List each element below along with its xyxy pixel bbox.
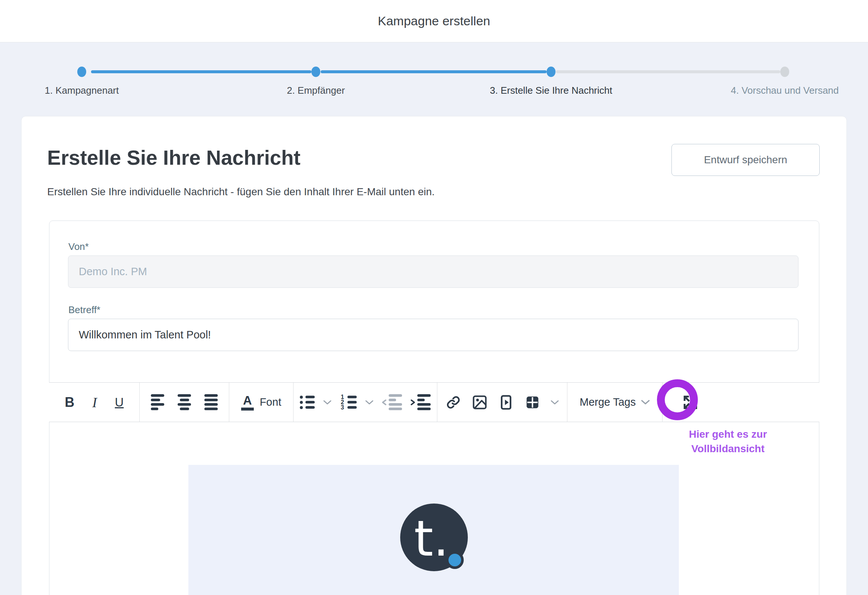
step-line-3-4 <box>556 70 780 73</box>
link-button[interactable] <box>443 392 464 412</box>
bold-button[interactable]: B <box>62 392 77 412</box>
top-header-bar: Kampagne erstellen <box>0 0 868 42</box>
merge-tags-label: Merge Tags <box>580 396 636 409</box>
from-input[interactable] <box>68 256 799 288</box>
annotation-line-1: Hier geht es zur <box>684 427 772 441</box>
toolbar-group-fullscreen <box>663 383 819 422</box>
insert-media-button[interactable] <box>496 392 517 413</box>
font-color-icon: A <box>241 394 254 410</box>
fullscreen-button[interactable] <box>680 392 701 413</box>
step-dot-4 <box>780 67 789 77</box>
align-justify-button[interactable] <box>202 392 220 412</box>
chevron-down-icon <box>551 400 559 405</box>
font-button[interactable]: A Font <box>239 392 283 413</box>
align-left-button[interactable] <box>149 392 167 412</box>
chevron-down-icon <box>641 400 650 405</box>
logo-dot-icon <box>446 551 464 569</box>
numbered-list-button[interactable]: 1 2 3 <box>338 394 359 411</box>
bullet-list-icon <box>300 396 315 409</box>
toolbar-group-font: A Font <box>229 383 294 422</box>
merge-tags-button[interactable]: Merge Tags <box>577 394 652 410</box>
table-icon <box>525 395 540 410</box>
step-label-empfaenger[interactable]: 2. Empfänger <box>287 85 345 96</box>
indent-button[interactable] <box>408 392 433 412</box>
step-label-kampagnenart[interactable]: 1. Kampagnenart <box>44 85 118 96</box>
toolbar-group-insert <box>437 383 567 422</box>
from-field-label: Von* <box>68 241 89 253</box>
step-line-1-2 <box>91 70 311 73</box>
fullscreen-expand-icon <box>682 394 699 411</box>
campaign-create-screen: Kampagne erstellen 1. Kampagnenart 2. Em… <box>0 0 868 595</box>
bullet-list-chevron[interactable] <box>321 398 334 407</box>
chevron-down-icon <box>365 400 373 405</box>
align-justify-icon <box>204 394 218 410</box>
align-center-button[interactable] <box>176 392 193 412</box>
toolbar-group-lists: 1 2 3 <box>294 383 437 422</box>
section-subheading: Erstellen Sie Ihre individuelle Nachrich… <box>47 186 435 198</box>
video-icon <box>498 394 514 410</box>
italic-button[interactable]: I <box>90 392 99 413</box>
bullet-list-button[interactable] <box>298 394 317 411</box>
outdent-button[interactable] <box>380 392 404 412</box>
editor-toolbar: B I U A Font <box>49 382 819 422</box>
step-label-vorschau: 4. Vorschau und Versand <box>731 85 839 96</box>
step-label-nachricht[interactable]: 3. Erstelle Sie Ihre Nachricht <box>490 85 612 96</box>
step-line-2-3 <box>321 70 546 73</box>
chevron-down-icon <box>323 400 331 405</box>
toolbar-group-merge-tags: Merge Tags <box>567 383 663 422</box>
subject-field-label: Betreff* <box>68 304 100 316</box>
subject-input[interactable] <box>68 319 799 351</box>
page-title: Kampagne erstellen <box>0 0 868 42</box>
numbered-list-chevron[interactable] <box>363 398 376 407</box>
outdent-icon <box>382 394 402 410</box>
toolbar-group-alignment <box>140 383 229 422</box>
table-chevron[interactable] <box>548 398 561 407</box>
toolbar-group-text-style: B I U <box>49 383 140 422</box>
step-dot-2 <box>311 67 320 77</box>
insert-table-button[interactable] <box>523 392 542 412</box>
link-icon <box>446 395 461 410</box>
annotation-line-2: Vollbildansicht <box>684 441 772 456</box>
step-dot-3 <box>546 67 555 77</box>
numbered-list-icon: 1 2 3 <box>340 396 357 409</box>
underline-button[interactable]: U <box>112 393 126 411</box>
annotation-caption: Hier geht es zur Vollbildansicht <box>684 427 772 456</box>
indent-icon <box>410 394 431 410</box>
save-draft-button[interactable]: Entwurf speichern <box>672 144 820 176</box>
align-center-icon <box>178 394 191 410</box>
font-button-label: Font <box>260 396 281 409</box>
image-icon <box>471 394 488 410</box>
insert-image-button[interactable] <box>469 392 490 413</box>
align-left-icon <box>151 394 164 410</box>
section-heading: Erstelle Sie Ihre Nachricht <box>47 146 301 170</box>
step-dot-1 <box>77 67 86 77</box>
